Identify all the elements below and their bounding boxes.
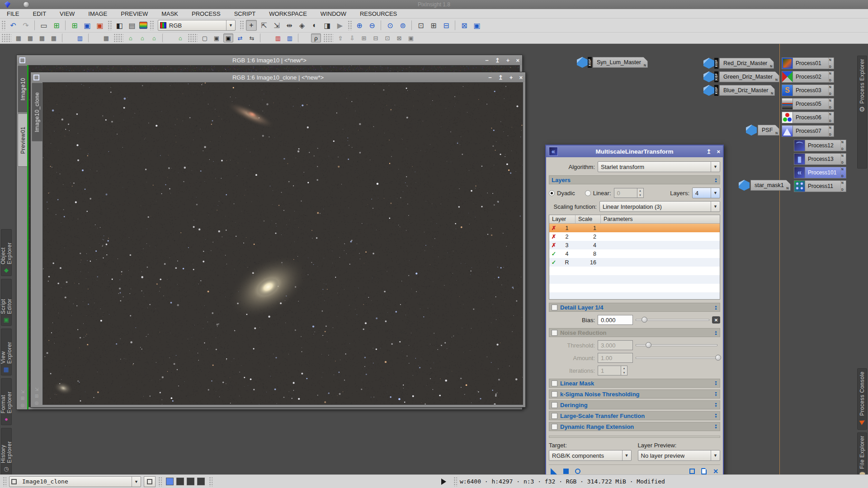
menu-item[interactable]: VIEW	[53, 9, 81, 18]
menu-item[interactable]: PREVIEW	[114, 9, 155, 18]
process-icon[interactable]: Process11 ND	[794, 180, 846, 192]
expand-mode-icon[interactable]: ⇱	[259, 20, 269, 31]
layer-row[interactable]: ✓ R 16	[549, 258, 720, 267]
readout-mode-4-icon[interactable]: ▦	[49, 33, 59, 42]
window-select-icon[interactable]	[33, 75, 39, 80]
menu-item[interactable]: FILE	[0, 9, 26, 18]
section-checkbox[interactable]	[552, 380, 557, 386]
apply-global-button[interactable]	[563, 469, 569, 474]
track-view-button[interactable]	[689, 469, 695, 474]
display-channel-selector[interactable]: RGB ▼	[158, 20, 236, 31]
maximize-button[interactable]: +	[509, 74, 513, 81]
iterations-input[interactable]: 1	[598, 366, 621, 375]
redo-icon[interactable]: ↷	[20, 20, 31, 31]
process-icon[interactable]: « Process101 ND	[794, 167, 846, 178]
file-icon-syn-lum-master[interactable]: XISF Syn_Lum_MasterN	[577, 56, 648, 68]
file-icon-green-driz-master[interactable]: XISF Green_Driz_MasterN	[703, 71, 779, 83]
bias-slider[interactable]	[636, 317, 709, 323]
collapse-section-icon[interactable]: ▲▲	[714, 305, 717, 310]
new-image-window-icon[interactable]: ⊞	[69, 20, 80, 31]
file-icon-star-mask1[interactable]: star_mask1N	[739, 179, 791, 191]
readout-mode-3-icon[interactable]: ▦	[37, 33, 47, 42]
process-icon[interactable]: ⌒ Process12 ND	[794, 140, 846, 151]
image-window-image10-clone[interactable]: RGB 1:6 Image10_clone | <*new*> − ↥ + × …	[30, 72, 526, 408]
bias-input[interactable]: 0.000	[598, 315, 633, 325]
readout-mode-2-icon[interactable]: ▦	[25, 33, 35, 42]
toolbar-grip[interactable]	[150, 20, 154, 30]
file-icon-red-driz-master[interactable]: XISF Red_Driz_MasterN	[703, 57, 774, 69]
fit-window-icon[interactable]: ⊟	[441, 20, 452, 31]
toolbar-grip[interactable]	[323, 33, 333, 42]
left-dock-tab[interactable]: Format Explorer ●	[1, 378, 12, 425]
window-select-icon[interactable]	[19, 57, 25, 63]
file-explorer-tab[interactable]: File Explorer	[857, 432, 867, 480]
detail-layer-section-bar[interactable]: Detail Layer 1/4 ▲▲	[549, 303, 720, 312]
readout-swatch[interactable]	[187, 478, 194, 485]
layer-row[interactable]: ✗ 2 2	[549, 232, 720, 241]
zoom-in-icon[interactable]: ⊕	[354, 20, 365, 31]
separator[interactable]	[260, 33, 270, 42]
layer-row[interactable]: ✓ 4 8	[549, 249, 720, 258]
layer-enabled-icon[interactable]: ✓	[549, 250, 558, 257]
collapsed-section-bar[interactable]: Deringing ▼▼	[549, 400, 720, 409]
process-icon[interactable]: Process06 ND	[782, 112, 834, 123]
layers-section-bar[interactable]: Layers ▲▲	[549, 175, 720, 184]
duplicate-window-icon[interactable]: ⊞	[51, 20, 62, 31]
image-window-titlebar[interactable]: RGB 1:6 Image10_clone | <*new*> − ↥ + ×	[31, 72, 525, 82]
statusbar-grip[interactable]	[3, 477, 6, 487]
collapsed-section-bar[interactable]: k-Sigma Noise Thresholding ▼▼	[549, 389, 720, 399]
noise-reduction-section-bar[interactable]: Noise Reduction ▲▲	[549, 328, 720, 337]
expand-section-icon[interactable]: ▼▼	[714, 381, 717, 385]
dock-divider[interactable]	[779, 44, 780, 474]
layers-count-selector[interactable]: 4 ▼	[692, 188, 720, 198]
realtime-preview-button[interactable]	[575, 469, 580, 474]
blend-modes-icon[interactable]: ▤	[127, 20, 137, 31]
layer-preview-selector[interactable]: No layer preview ▼	[638, 450, 721, 461]
readout-mode-1-icon[interactable]: ▦	[14, 33, 24, 42]
zoom-1-1-icon[interactable]: ⊙	[385, 20, 396, 31]
zoom-out-icon[interactable]: ⊖	[367, 20, 377, 31]
amount-slider[interactable]	[636, 355, 717, 361]
left-dock-tab[interactable]: History Explorer ◷	[1, 428, 12, 475]
separator[interactable]	[298, 33, 308, 42]
gear-icon[interactable]: ⚙	[859, 106, 865, 112]
dyadic-radio[interactable]	[549, 190, 555, 196]
file-icon-blue-driz-master[interactable]: XISF Blue_Driz_MasterN	[703, 84, 775, 96]
fit-view-icon[interactable]: ⊡	[415, 20, 426, 31]
menu-item[interactable]: MASK	[155, 9, 185, 18]
icon-lock-3-icon[interactable]: ▣	[406, 33, 416, 42]
close-button[interactable]: ×	[519, 74, 523, 81]
image-window-titlebar[interactable]: RGB 1:6 Image10 | <*new*> − ↥ + ×	[17, 55, 522, 65]
separator[interactable]	[34, 20, 35, 30]
view-thumbnail-button[interactable]	[144, 476, 156, 487]
readout-options-icon[interactable]: ▦	[101, 33, 111, 42]
layer-enabled-icon[interactable]: ✗	[549, 242, 558, 249]
mask-show-icon[interactable]: ⌂	[137, 33, 147, 42]
collapse-section-icon[interactable]: ▲▲	[714, 330, 717, 335]
icon-down-icon[interactable]: ⇩	[347, 33, 357, 42]
mlt-dialog[interactable]: « MultiscaleLinearTransform ↥ × Algorith…	[545, 145, 724, 479]
stf-reset-icon[interactable]: ⇆	[247, 33, 257, 42]
toolbar-grip[interactable]	[1, 20, 5, 30]
collapse-section-icon[interactable]: ▲▲	[714, 178, 717, 182]
flip-mode-icon[interactable]: ◨	[322, 20, 333, 31]
image-clone-icon[interactable]: ▣	[94, 20, 105, 31]
mask-red-icon[interactable]: ▥	[273, 33, 283, 42]
stf-edit-icon[interactable]: ▣	[223, 33, 233, 42]
mask-invert-icon[interactable]: ⌂	[149, 33, 159, 42]
dynamic-crop-icon[interactable]: ◈	[297, 20, 307, 31]
menu-item[interactable]: PROCESS	[185, 9, 227, 18]
process-icon[interactable]: Process02 ND	[782, 71, 834, 83]
collapsed-section-bar[interactable]: Linear Mask ▼▼	[549, 379, 720, 388]
file-icon-psf[interactable]: PSFN	[746, 124, 779, 136]
amount-input[interactable]: 1.00	[598, 353, 633, 363]
process-console-tab[interactable]: Process Console ▶	[857, 368, 867, 430]
toolbar-grip[interactable]	[113, 33, 123, 42]
readout-swatch[interactable]	[166, 478, 174, 485]
select-cursor-icon[interactable]: ▶	[335, 20, 345, 31]
separator[interactable]	[88, 33, 98, 42]
toolbar-grip[interactable]	[348, 20, 352, 30]
browse-documentation-button[interactable]	[701, 468, 707, 474]
separator[interactable]	[162, 33, 172, 42]
separator[interactable]	[65, 20, 66, 30]
